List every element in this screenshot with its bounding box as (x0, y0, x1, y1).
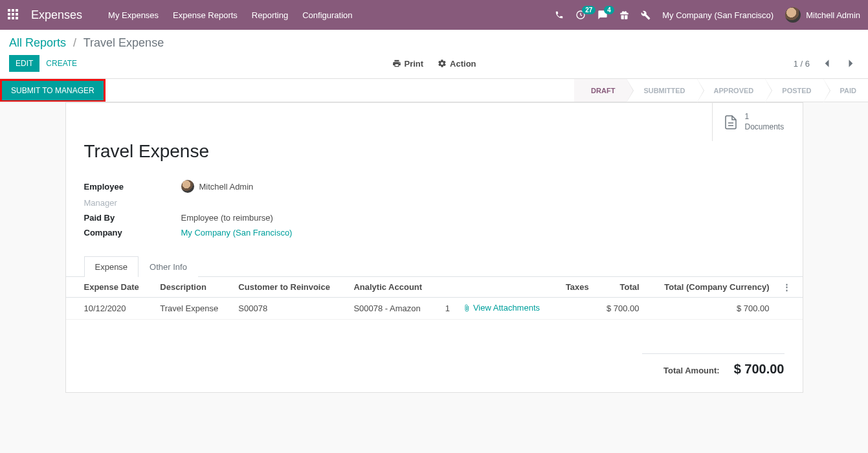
print-button[interactable]: Print (392, 59, 423, 69)
th-total: Total (595, 277, 646, 298)
action-label: Action (450, 59, 476, 69)
employee-avatar-icon (181, 180, 194, 193)
create-button[interactable]: CREATE (39, 55, 83, 72)
edit-button[interactable]: EDIT (9, 55, 39, 72)
avatar-icon (785, 7, 801, 23)
pager-text: 1 / 6 (794, 59, 810, 69)
nav-menu: My Expenses Expense Reports Reporting Co… (108, 10, 352, 20)
paperclip-icon (463, 304, 471, 312)
paidby-value: Employee (to reimburse) (181, 213, 273, 223)
nav-reporting[interactable]: Reporting (252, 10, 288, 20)
th-total-cc: Total (Company Currency) (646, 277, 776, 298)
control-panel: All Reports / Travel Expense EDIT CREATE… (0, 30, 868, 79)
table-row[interactable]: 10/12/2020 Travel Expense S00078 S00078 … (66, 298, 803, 320)
company-link[interactable]: My Company (San Francisco) (181, 228, 293, 238)
navbar: Expenses My Expenses Expense Reports Rep… (0, 0, 868, 30)
tabs: Expense Other Info (66, 256, 803, 277)
nav-my-expenses[interactable]: My Expenses (108, 10, 159, 20)
gift-icon[interactable] (619, 10, 629, 20)
pager-prev[interactable] (819, 56, 834, 71)
activity-badge: 27 (582, 6, 595, 14)
status-submitted[interactable]: SUBMITTED (627, 79, 696, 102)
total-label: Total Amount: (663, 366, 720, 375)
user-name: Mitchell Admin (806, 10, 860, 20)
th-attach-link (456, 277, 555, 298)
documents-label: Documents (745, 122, 785, 133)
company-name: My Company (San Francisco) (662, 10, 773, 20)
th-date: Expense Date (66, 277, 154, 298)
chevron-left-icon (823, 59, 830, 68)
chevron-right-icon (848, 59, 854, 68)
pager: 1 / 6 (794, 56, 859, 71)
view-attachments-label: View Attachments (473, 303, 540, 313)
manager-label: Manager (84, 198, 181, 208)
print-icon (392, 59, 401, 68)
th-attach (437, 277, 456, 298)
user-menu[interactable]: Mitchell Admin (785, 7, 860, 23)
tab-expense[interactable]: Expense (84, 256, 139, 277)
form-sheet: 1 Documents Travel Expense Employee Mitc… (65, 102, 803, 393)
cell-total: $ 700.00 (595, 298, 646, 320)
status-draft[interactable]: DRAFT (574, 79, 627, 102)
cell-date: 10/12/2020 (66, 298, 154, 320)
submit-highlight-box: SUBMIT TO MANAGER (0, 79, 106, 102)
expense-table: Expense Date Description Customer to Rei… (66, 277, 803, 320)
pager-next[interactable] (843, 56, 859, 71)
cell-cust: S00078 (232, 298, 347, 320)
view-attachments-link[interactable]: View Attachments (463, 303, 540, 313)
paidby-label: Paid By (84, 213, 181, 223)
nav-expense-reports[interactable]: Expense Reports (173, 10, 238, 20)
th-analytic: Analytic Account (347, 277, 437, 298)
document-icon (723, 113, 739, 131)
phone-icon[interactable] (555, 10, 564, 19)
employee-label: Employee (84, 182, 181, 192)
cell-desc: Travel Expense (153, 298, 232, 320)
cell-total-cc: $ 700.00 (646, 298, 776, 320)
breadcrumb-current: Travel Expense (83, 36, 164, 49)
breadcrumb-sep: / (73, 36, 76, 49)
status-approved[interactable]: APPROVED (697, 79, 766, 102)
th-desc: Description (153, 277, 232, 298)
cell-att-count: 1 (437, 298, 456, 320)
status-steps: DRAFT SUBMITTED APPROVED POSTED PAID (574, 79, 868, 102)
activity-icon[interactable]: 27 (575, 10, 586, 20)
submit-to-manager-button[interactable]: SUBMIT TO MANAGER (2, 81, 104, 100)
page-title: Travel Expense (84, 141, 785, 162)
status-posted[interactable]: POSTED (765, 79, 823, 102)
breadcrumb-root[interactable]: All Reports (9, 36, 66, 49)
status-bar: SUBMIT TO MANAGER DRAFT SUBMITTED APPROV… (0, 79, 868, 102)
documents-button[interactable]: 1 Documents (712, 103, 803, 141)
total-value: $ 700.00 (734, 362, 785, 377)
tab-other-info[interactable]: Other Info (139, 256, 198, 277)
table-options-icon[interactable]: ⋮ (783, 282, 791, 292)
breadcrumb: All Reports / Travel Expense (0, 30, 868, 52)
th-taxes: Taxes (555, 277, 595, 298)
cell-taxes (555, 298, 595, 320)
total-amount: Total Amount: $ 700.00 (642, 353, 785, 377)
gear-icon (438, 59, 447, 68)
action-button[interactable]: Action (438, 59, 476, 69)
th-cust: Customer to Reinvoice (232, 277, 347, 298)
discuss-icon[interactable]: 4 (597, 10, 608, 20)
cell-analytic: S00078 - Amazon (347, 298, 437, 320)
company-label: Company (84, 228, 181, 238)
documents-count: 1 (745, 112, 785, 122)
print-label: Print (404, 59, 423, 69)
app-brand[interactable]: Expenses (31, 8, 82, 22)
employee-value: Mitchell Admin (199, 182, 254, 192)
tools-icon[interactable] (641, 10, 651, 20)
nav-configuration[interactable]: Configuration (302, 10, 352, 20)
discuss-badge: 4 (604, 6, 614, 14)
company-switcher[interactable]: My Company (San Francisco) (662, 10, 773, 20)
apps-icon[interactable] (8, 9, 19, 21)
